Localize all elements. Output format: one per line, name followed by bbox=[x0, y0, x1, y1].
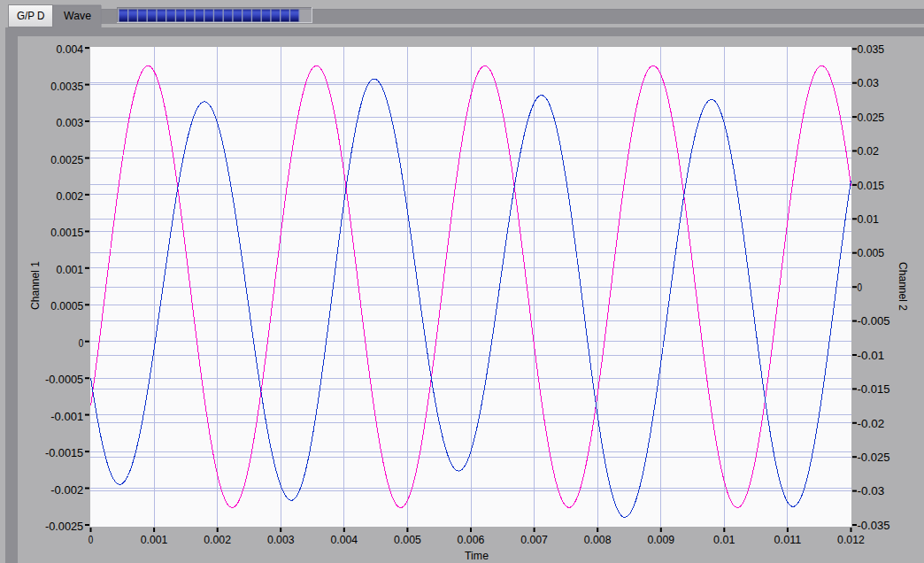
svg-text:0: 0 bbox=[89, 533, 94, 546]
svg-text:Channel 2: Channel 2 bbox=[897, 262, 910, 311]
svg-text:0: 0 bbox=[858, 281, 863, 294]
svg-text:0.001: 0.001 bbox=[141, 533, 168, 546]
svg-text:-0.015: -0.015 bbox=[858, 382, 890, 396]
svg-text:0.002: 0.002 bbox=[204, 533, 231, 546]
svg-text:-0.03: -0.03 bbox=[858, 484, 885, 497]
svg-text:-0.0015: -0.0015 bbox=[45, 446, 83, 459]
svg-text:-0.0005: -0.0005 bbox=[45, 373, 83, 386]
svg-text:0.015: 0.015 bbox=[858, 179, 885, 192]
svg-text:-0.0025: -0.0025 bbox=[45, 520, 83, 533]
svg-text:0.03: 0.03 bbox=[858, 76, 879, 89]
svg-text:-0.001: -0.001 bbox=[50, 410, 83, 423]
svg-text:0.004: 0.004 bbox=[331, 533, 358, 546]
svg-text:0.003: 0.003 bbox=[267, 533, 295, 546]
svg-text:0.02: 0.02 bbox=[858, 144, 879, 158]
svg-text:0.0035: 0.0035 bbox=[50, 80, 83, 93]
svg-text:0: 0 bbox=[79, 336, 84, 350]
svg-text:0.005: 0.005 bbox=[858, 246, 885, 259]
svg-text:-0.002: -0.002 bbox=[50, 483, 83, 497]
svg-text:0.003: 0.003 bbox=[57, 116, 84, 129]
svg-text:0.01: 0.01 bbox=[858, 212, 879, 226]
svg-text:-0.035: -0.035 bbox=[858, 519, 890, 532]
svg-text:0.008: 0.008 bbox=[584, 533, 612, 546]
svg-text:0.025: 0.025 bbox=[858, 111, 885, 124]
svg-text:0.001: 0.001 bbox=[57, 263, 84, 276]
svg-text:G/P D: G/P D bbox=[17, 9, 45, 22]
svg-text:0.005: 0.005 bbox=[394, 533, 421, 546]
svg-text:0.0025: 0.0025 bbox=[50, 153, 83, 166]
svg-text:0.006: 0.006 bbox=[458, 533, 485, 546]
svg-text:-0.005: -0.005 bbox=[858, 314, 890, 328]
svg-text:0.01: 0.01 bbox=[713, 533, 735, 546]
svg-text:-0.025: -0.025 bbox=[858, 451, 890, 464]
svg-text:0.012: 0.012 bbox=[837, 533, 865, 546]
svg-text:0.004: 0.004 bbox=[57, 42, 84, 56]
svg-text:0.007: 0.007 bbox=[520, 533, 548, 546]
svg-text:0.011: 0.011 bbox=[774, 533, 802, 546]
svg-text:0.002: 0.002 bbox=[57, 189, 84, 203]
svg-text:0.0015: 0.0015 bbox=[50, 226, 83, 239]
svg-text:0.009: 0.009 bbox=[647, 533, 674, 546]
svg-text:0.035: 0.035 bbox=[858, 42, 885, 56]
svg-text:Channel 1: Channel 1 bbox=[28, 261, 42, 310]
svg-text:Wave: Wave bbox=[64, 9, 91, 22]
svg-text:-0.02: -0.02 bbox=[858, 417, 885, 430]
svg-text:0.0005: 0.0005 bbox=[50, 299, 83, 312]
svg-text:Time: Time bbox=[465, 549, 489, 562]
svg-text:-0.01: -0.01 bbox=[858, 349, 885, 362]
